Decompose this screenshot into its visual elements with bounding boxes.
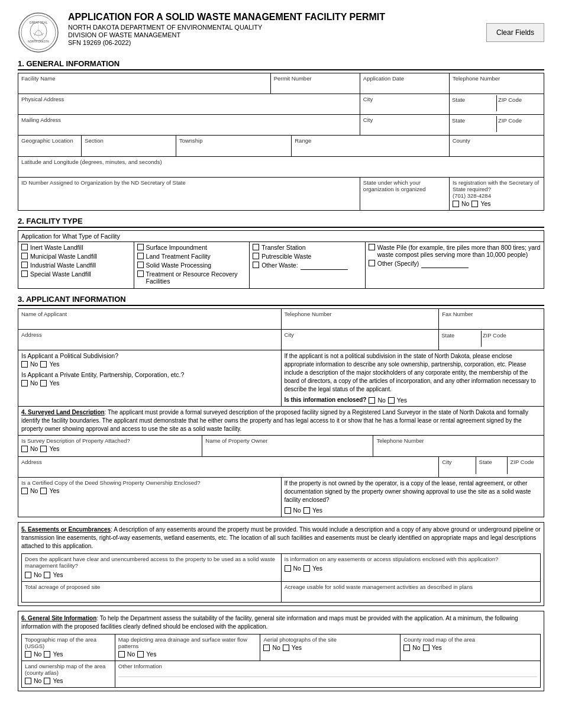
physical-address-input[interactable] [21, 102, 357, 109]
county-no-checkbox[interactable] [403, 645, 410, 651]
transfer-station-checkbox[interactable] [253, 244, 259, 250]
facility-name-input[interactable] [21, 82, 267, 89]
appl-zip-input[interactable] [483, 339, 541, 346]
info-no-checkbox[interactable] [369, 397, 375, 404]
applicant-state-zip: State ZIP Code [439, 330, 544, 350]
reg-yes-checkbox[interactable] [471, 201, 478, 207]
application-date-cell: Application Date [360, 73, 449, 94]
industrial-waste-checkbox[interactable] [21, 262, 28, 268]
priv-no-checkbox[interactable] [21, 380, 28, 386]
facility-name-cell: Facility Name [18, 73, 271, 94]
surv-no-checkbox[interactable] [21, 446, 28, 452]
applicant-fax-input[interactable] [442, 317, 541, 324]
mail-zip-input[interactable] [498, 124, 541, 131]
survey-attached-cell: Is Survey Description of Property Attach… [18, 436, 202, 456]
putrescible-waste-item: Putrescible Waste [253, 253, 362, 260]
surv-address-input[interactable] [21, 465, 435, 472]
phys-zip-input[interactable] [498, 103, 541, 110]
county-yes-checkbox[interactable] [423, 645, 429, 651]
applicant-phone-input[interactable] [285, 317, 436, 324]
application-date-input[interactable] [363, 82, 446, 89]
phys-city-input[interactable] [363, 102, 446, 109]
ease-yes-checkbox[interactable] [303, 565, 310, 572]
permit-number-input[interactable] [274, 82, 357, 89]
reg-no-checkbox[interactable] [453, 201, 459, 207]
sfn-number: SFN 19269 (06-2022) [68, 39, 486, 46]
mail-city-input[interactable] [363, 123, 446, 130]
phys-state-zip-cell: State ZIP Code [449, 94, 544, 115]
drain-no-checkbox[interactable] [118, 651, 125, 658]
access-no-checkbox[interactable] [25, 572, 31, 578]
surv-yes-checkbox[interactable] [40, 446, 47, 452]
putrescible-waste-checkbox[interactable] [253, 253, 259, 259]
land-yes-checkbox[interactable] [44, 678, 50, 684]
waste-pile-checkbox[interactable] [369, 244, 375, 250]
applicant-city-cell: City [281, 330, 439, 350]
lease-yes-checkbox[interactable] [303, 507, 310, 514]
pol-no-checkbox[interactable] [21, 361, 28, 368]
ease-no-checkbox[interactable] [285, 565, 291, 572]
topo-yes-checkbox[interactable] [44, 651, 50, 658]
property-owner-input[interactable] [205, 444, 370, 451]
info-yes-checkbox[interactable] [388, 397, 395, 404]
phys-state-input[interactable] [452, 103, 495, 110]
county-no-row: No Yes [403, 644, 537, 651]
section3-title: 3. APPLICANT INFORMATION [18, 295, 544, 306]
surface-imp-checkbox[interactable] [137, 244, 144, 250]
surv-zip-input[interactable] [511, 465, 541, 472]
solid-waste-proc-checkbox[interactable] [137, 262, 144, 268]
lease-no-checkbox[interactable] [285, 507, 291, 514]
treatment-recovery-checkbox[interactable] [137, 270, 144, 277]
surv-loc-inner: City State ZIP Code [439, 457, 544, 474]
lat-long-input[interactable] [21, 165, 541, 172]
surv-city-input[interactable] [442, 465, 472, 472]
applicant-address-input[interactable] [21, 338, 278, 345]
state-organized-input[interactable] [363, 192, 446, 199]
deed-yes-checkbox[interactable] [40, 488, 47, 494]
applicant-city-input[interactable] [285, 338, 436, 345]
other-specify-checkbox[interactable] [369, 260, 375, 266]
priv-yes-checkbox[interactable] [40, 380, 47, 386]
section-cell: Section [82, 136, 176, 156]
mailing-address-input[interactable] [21, 123, 357, 130]
appl-state-input[interactable] [441, 339, 480, 346]
id-number-input[interactable] [21, 186, 357, 193]
other-waste-input[interactable] [301, 262, 348, 270]
mail-state-input[interactable] [452, 124, 495, 131]
general-info-table: Facility Name Permit Number Application … [18, 73, 544, 211]
pol-yes-checkbox[interactable] [40, 361, 47, 368]
land-treatment-checkbox[interactable] [137, 253, 144, 259]
other-waste-checkbox[interactable] [253, 262, 259, 268]
telephone-input[interactable] [453, 82, 541, 89]
usable-acreage-input[interactable] [285, 590, 538, 597]
access-yes-checkbox[interactable] [44, 572, 50, 578]
total-acreage-input[interactable] [25, 590, 278, 597]
geo-location-cell: Geographic Location [18, 136, 82, 156]
other-specify-input[interactable] [421, 260, 469, 268]
county-input[interactable] [453, 144, 541, 151]
topo-no-row: No Yes [25, 650, 112, 658]
section-input[interactable] [85, 144, 173, 151]
topo-no-checkbox[interactable] [25, 651, 31, 658]
special-waste-checkbox[interactable] [21, 270, 28, 277]
range-input[interactable] [295, 144, 445, 151]
clear-fields-button[interactable]: Clear Fields [486, 23, 544, 42]
telephone-cell: Telephone Number [449, 73, 544, 94]
other-info-input[interactable] [118, 669, 537, 677]
deed-no-checkbox[interactable] [21, 488, 28, 494]
land-no-row: No Yes [25, 677, 112, 684]
aerial-yes-checkbox[interactable] [283, 645, 289, 651]
municipal-waste-checkbox[interactable] [21, 253, 28, 259]
phys-city-cell: City [360, 94, 449, 115]
surv-state-input[interactable] [479, 465, 504, 472]
surv-phone-input[interactable] [376, 444, 541, 451]
inert-waste-checkbox[interactable] [21, 244, 28, 250]
township-input[interactable] [179, 144, 288, 151]
surv-zip-inner-cell: ZIP Code [507, 457, 544, 474]
general-site-table: Topographic map of the area (USGS) No Ye… [21, 634, 541, 688]
section2-title: 2. FACILITY TYPE [18, 217, 544, 228]
applicant-name-input[interactable] [21, 317, 278, 324]
drain-yes-checkbox[interactable] [137, 651, 144, 658]
land-no-checkbox[interactable] [25, 678, 31, 684]
aerial-no-checkbox[interactable] [263, 645, 270, 651]
